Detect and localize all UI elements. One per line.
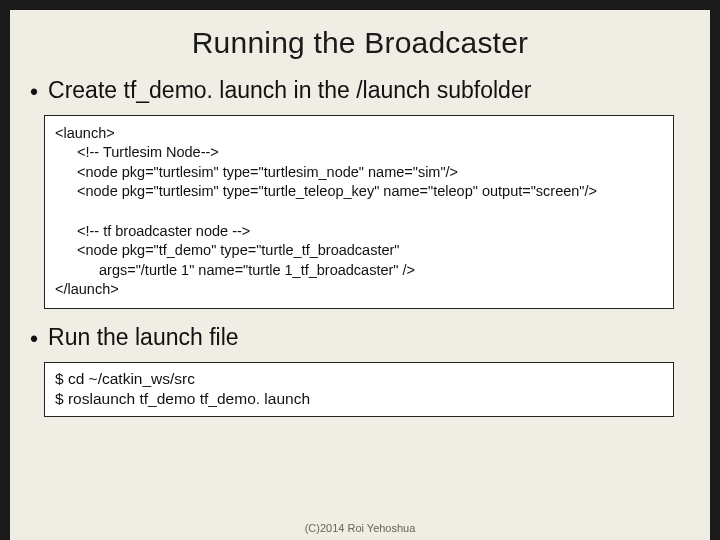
code-line: args="/turtle 1" name="turtle 1_tf_broad… <box>55 261 663 281</box>
code-line: $ roslaunch tf_demo tf_demo. launch <box>55 390 310 407</box>
footer-copyright: (C)2014 Roi Yehoshua <box>10 522 710 534</box>
code-line: <launch> <box>55 125 115 141</box>
code-block-run: $ cd ~/catkin_ws/src $ roslaunch tf_demo… <box>44 362 674 418</box>
slide-content: Running the Broadcaster • Create tf_demo… <box>10 10 710 540</box>
code-line: $ cd ~/catkin_ws/src <box>55 370 195 387</box>
slide-title: Running the Broadcaster <box>28 26 692 60</box>
bullet-2-text: Run the launch file <box>48 323 239 352</box>
bullet-1-text: Create tf_demo. launch in the /launch su… <box>48 76 531 105</box>
bullet-dot-icon: • <box>30 323 38 354</box>
slide-frame: Running the Broadcaster • Create tf_demo… <box>0 0 720 540</box>
code-line: <!-- Turtlesim Node--> <box>55 143 663 163</box>
bullet-1: • Create tf_demo. launch in the /launch … <box>30 76 692 107</box>
code-block-launch: <launch> <!-- Turtlesim Node--><node pkg… <box>44 115 674 309</box>
code-line: </launch> <box>55 281 119 297</box>
bullet-dot-icon: • <box>30 76 38 107</box>
code-line: <!-- tf broadcaster node --> <box>55 222 663 242</box>
code-line: <node pkg="tf_demo" type="turtle_tf_broa… <box>55 241 663 261</box>
bullet-2: • Run the launch file <box>30 323 692 354</box>
code-line: <node pkg="turtlesim" type="turtle_teleo… <box>55 182 663 202</box>
code-line: <node pkg="turtlesim" type="turtlesim_no… <box>55 163 663 183</box>
